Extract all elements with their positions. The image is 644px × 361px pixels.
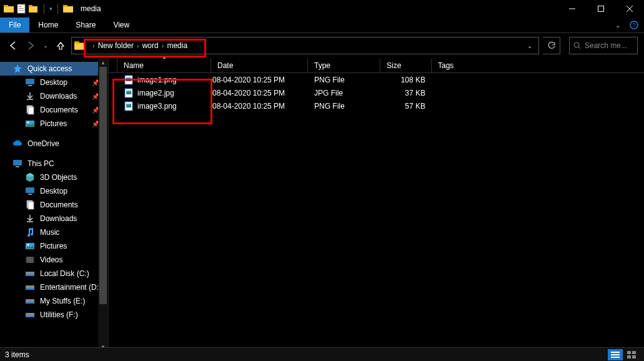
star-icon: [12, 64, 22, 74]
ribbon-expand-icon[interactable]: ⌄: [612, 22, 624, 29]
chevron-right-icon[interactable]: ›: [137, 42, 139, 49]
scroll-up-icon[interactable]: ▲: [98, 58, 108, 67]
sidebar-item-desktop[interactable]: Desktop 📌: [0, 76, 108, 89]
tab-view[interactable]: View: [104, 17, 138, 32]
column-checkbox[interactable]: [109, 58, 117, 72]
svg-rect-0: [4, 6, 14, 12]
downloads-icon: [25, 214, 35, 224]
sidebar-item-pictures-pc[interactable]: Pictures: [0, 239, 108, 253]
back-button[interactable]: [6, 39, 20, 52]
svg-rect-42: [26, 288, 34, 290]
file-name: image1.png: [137, 76, 177, 84]
svg-rect-24: [28, 107, 34, 114]
chevron-right-icon[interactable]: ›: [162, 42, 164, 49]
svg-rect-5: [19, 10, 24, 11]
sidebar-scrollbar[interactable]: ▲ ▼: [98, 58, 108, 351]
sidebar-item-desktop-pc[interactable]: Desktop: [0, 184, 108, 198]
desktop-icon: [25, 186, 35, 196]
sidebar-label: Quick access: [27, 64, 72, 73]
maximize-button[interactable]: [587, 0, 615, 17]
breadcrumb-segment[interactable]: New folder: [98, 41, 134, 50]
details-view-button[interactable]: [608, 349, 623, 360]
svg-rect-40: [26, 274, 34, 276]
sidebar-item-downloads-pc[interactable]: Downloads: [0, 212, 108, 225]
drive-icon: [25, 282, 35, 292]
address-bar[interactable]: › New folder › word › media ⌄: [71, 37, 539, 54]
column-name[interactable]: ▴ Name: [117, 58, 211, 72]
sidebar-item-drive-f[interactable]: Utilities (F:): [0, 308, 108, 322]
sidebar-quick-access[interactable]: Quick access: [0, 62, 108, 76]
window-title: media: [81, 4, 101, 13]
svg-rect-46: [26, 315, 34, 317]
column-type[interactable]: Type: [308, 58, 380, 72]
column-size[interactable]: Size: [380, 58, 432, 72]
properties-icon[interactable]: [16, 4, 26, 14]
svg-rect-58: [627, 355, 631, 359]
file-row[interactable]: image1.png 08-04-2020 10:25 PM PNG File …: [109, 73, 644, 86]
drive-icon: [25, 269, 35, 279]
minimize-button[interactable]: [558, 0, 587, 17]
forward-button[interactable]: [24, 39, 37, 52]
svg-rect-57: [632, 351, 636, 354]
tab-home[interactable]: Home: [29, 17, 67, 32]
up-button[interactable]: [54, 39, 67, 52]
sidebar-item-pictures[interactable]: Pictures 📌: [0, 117, 108, 131]
column-tags[interactable]: Tags: [432, 58, 644, 72]
sidebar-label: Pictures: [40, 242, 67, 250]
music-icon: [25, 227, 35, 237]
image-file-icon: [124, 75, 134, 85]
status-item-count: 3 items: [5, 350, 29, 359]
svg-rect-7: [29, 5, 32, 7]
documents-icon: [25, 105, 35, 115]
qat-dropdown-icon[interactable]: ▾: [49, 6, 52, 12]
svg-rect-38: [33, 257, 34, 263]
sidebar-item-3dobjects[interactable]: 3D Objects: [0, 171, 108, 184]
search-placeholder: Search me...: [585, 41, 627, 50]
svg-line-19: [578, 47, 580, 49]
file-row[interactable]: image3.png 08-04-2020 10:25 PM PNG File …: [109, 99, 644, 112]
documents-icon: [25, 200, 35, 210]
folder-icon: [63, 4, 73, 14]
recent-locations-button[interactable]: ⌄: [41, 39, 50, 52]
breadcrumb-segment[interactable]: media: [167, 41, 187, 50]
sidebar-item-videos[interactable]: Videos: [0, 253, 108, 267]
separator: [44, 4, 44, 14]
svg-rect-37: [26, 257, 27, 263]
svg-rect-27: [13, 160, 22, 166]
file-tab[interactable]: File: [0, 17, 29, 32]
file-size: 108 KB: [380, 76, 432, 84]
cube-icon: [25, 172, 35, 182]
sidebar-item-documents[interactable]: Documents 📌: [0, 103, 108, 117]
sidebar-label: Videos: [40, 255, 62, 264]
refresh-button[interactable]: [543, 37, 560, 54]
svg-rect-9: [63, 5, 67, 7]
sidebar-this-pc[interactable]: This PC: [0, 157, 108, 171]
scroll-thumb[interactable]: [99, 67, 107, 304]
sidebar-item-documents-pc[interactable]: Documents: [0, 198, 108, 212]
new-folder-icon[interactable]: [29, 4, 39, 14]
sidebar-item-music[interactable]: Music: [0, 225, 108, 239]
column-date[interactable]: Date: [211, 58, 308, 72]
address-history-icon[interactable]: ⌄: [523, 42, 536, 49]
tab-share[interactable]: Share: [67, 17, 104, 32]
sidebar-item-drive-c[interactable]: Local Disk (C:): [0, 267, 108, 280]
pc-icon: [12, 159, 22, 169]
search-input[interactable]: Search me...: [569, 37, 638, 54]
chevron-right-icon[interactable]: ›: [92, 42, 95, 49]
svg-rect-54: [611, 354, 620, 355]
close-button[interactable]: [615, 0, 644, 17]
file-size: 37 KB: [380, 89, 432, 97]
folder-icon: [4, 4, 14, 14]
breadcrumb-segment[interactable]: word: [142, 41, 159, 50]
sidebar-label: Downloads: [40, 92, 77, 101]
sidebar-item-drive-e[interactable]: My Stuffs (E:): [0, 294, 108, 308]
help-icon[interactable]: ?: [628, 21, 640, 29]
sidebar-item-drive-d[interactable]: Entertainment (D:): [0, 280, 108, 294]
file-type: PNG File: [308, 102, 380, 111]
sidebar-item-downloads[interactable]: Downloads 📌: [0, 89, 108, 103]
sidebar-onedrive[interactable]: OneDrive: [0, 137, 108, 151]
file-date: 08-04-2020 10:25 PM: [211, 76, 308, 84]
file-row[interactable]: image2.jpg 08-04-2020 10:25 PM JPG File …: [109, 86, 644, 99]
image-file-icon: [124, 101, 134, 111]
thumbnails-view-button[interactable]: [624, 349, 639, 360]
